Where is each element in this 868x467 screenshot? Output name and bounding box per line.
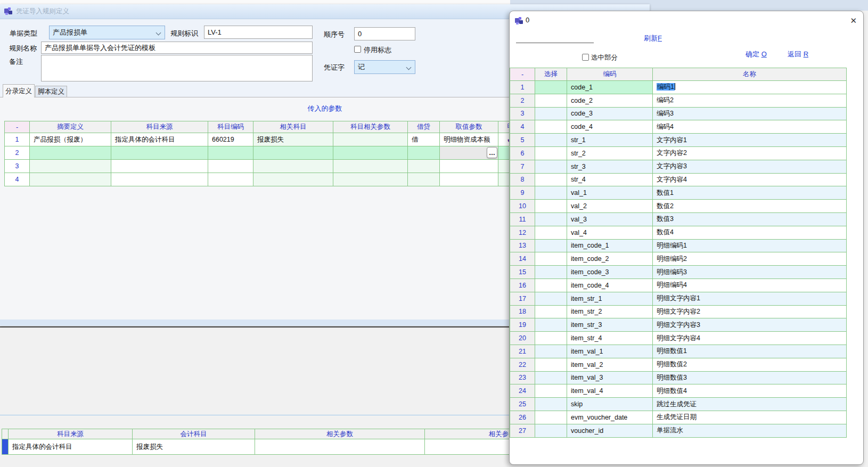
- param-code-cell[interactable]: code_3: [567, 107, 653, 120]
- param-row-number[interactable]: 19: [510, 318, 535, 332]
- entry-row-number[interactable]: 4: [5, 173, 30, 186]
- entry-cell[interactable]: …: [440, 146, 498, 160]
- param-name-cell[interactable]: 数值4: [653, 226, 847, 239]
- param-row-number[interactable]: 1: [510, 81, 535, 94]
- param-name-cell[interactable]: 明细数值1: [653, 345, 847, 358]
- param-row-number[interactable]: 10: [510, 200, 535, 213]
- param-code-cell[interactable]: str_1: [567, 134, 653, 147]
- param-code-cell[interactable]: item_str_2: [567, 305, 653, 318]
- entry-cell[interactable]: 借: [408, 133, 440, 146]
- param-select-cell[interactable]: [535, 384, 567, 398]
- param-code-cell[interactable]: item_val_4: [567, 384, 653, 398]
- param-select-cell[interactable]: [535, 107, 567, 120]
- param-name-cell[interactable]: 文字内容3: [653, 160, 847, 173]
- param-code-cell[interactable]: val_1: [567, 186, 653, 200]
- param-select-cell[interactable]: [535, 226, 567, 239]
- param-code-cell[interactable]: str_4: [567, 173, 653, 186]
- refresh-link[interactable]: 刷新F: [644, 34, 662, 43]
- param-select-cell[interactable]: [535, 411, 567, 424]
- entry-cell[interactable]: [333, 133, 408, 146]
- param-code-cell[interactable]: item_val_1: [567, 345, 653, 358]
- param-name-cell[interactable]: 编码2: [653, 94, 847, 107]
- param-row-number[interactable]: 23: [510, 371, 535, 384]
- entry-row-number[interactable]: 2: [5, 146, 30, 160]
- param-code-cell[interactable]: item_val_2: [567, 358, 653, 371]
- param-code-cell[interactable]: val_3: [567, 212, 653, 226]
- param-row-number[interactable]: 20: [510, 332, 535, 345]
- param-select-cell[interactable]: [535, 292, 567, 305]
- entry-cell[interactable]: [253, 173, 333, 186]
- param-code-cell[interactable]: code_1: [567, 81, 653, 94]
- entry-cell[interactable]: [30, 146, 111, 160]
- param-code-cell[interactable]: item_code_2: [567, 252, 653, 266]
- param-select-cell[interactable]: [535, 120, 567, 134]
- param-select-cell[interactable]: [535, 424, 567, 437]
- tab-script-definition[interactable]: 脚本定义: [35, 86, 67, 97]
- param-row-number[interactable]: 8: [510, 173, 535, 186]
- param-name-cell[interactable]: 明细文字内容1: [653, 292, 847, 305]
- param-name-cell[interactable]: 单据流水: [653, 424, 847, 437]
- param-name-cell[interactable]: 明细文字内容3: [653, 318, 847, 332]
- param-row-number[interactable]: 17: [510, 292, 535, 305]
- param-name-cell[interactable]: 生成凭证日期: [653, 411, 847, 424]
- param-row-number[interactable]: 14: [510, 252, 535, 266]
- param-select-cell[interactable]: [535, 345, 567, 358]
- entry-cell[interactable]: [333, 160, 408, 173]
- param-code-cell[interactable]: skip: [567, 398, 653, 411]
- param-select-cell[interactable]: [535, 134, 567, 147]
- param-select-cell[interactable]: [535, 146, 567, 160]
- entry-cell[interactable]: [30, 160, 111, 173]
- param-select-cell[interactable]: [535, 305, 567, 318]
- close-icon[interactable]: ✕: [850, 16, 857, 26]
- param-name-cell[interactable]: 明细数值2: [653, 358, 847, 371]
- param-code-cell[interactable]: val_2: [567, 200, 653, 213]
- entry-cell[interactable]: 报废损失: [253, 133, 333, 146]
- entry-cell[interactable]: [440, 160, 498, 173]
- param-name-cell[interactable]: 明细文字内容4: [653, 332, 847, 345]
- param-name-cell[interactable]: 明细编码4: [653, 278, 847, 292]
- param-select-cell[interactable]: [535, 186, 567, 200]
- filter-input[interactable]: [516, 31, 594, 43]
- param-row-number[interactable]: 13: [510, 239, 535, 252]
- param-code-cell[interactable]: item_code_1: [567, 239, 653, 252]
- entry-cell[interactable]: [253, 160, 333, 173]
- param-name-cell[interactable]: 编码1: [653, 81, 847, 94]
- param-code-cell[interactable]: item_str_4: [567, 332, 653, 345]
- param-name-cell[interactable]: 文字内容4: [653, 173, 847, 186]
- entry-cell[interactable]: 产品报损（报废）: [30, 133, 111, 146]
- entry-cell[interactable]: [333, 173, 408, 186]
- param-select-cell[interactable]: [535, 239, 567, 252]
- param-select-cell[interactable]: [535, 212, 567, 226]
- entry-cell[interactable]: [208, 160, 253, 173]
- param-select-cell[interactable]: [535, 278, 567, 292]
- entry-cell[interactable]: [208, 173, 253, 186]
- ok-link[interactable]: 确定 O: [746, 50, 767, 59]
- entry-cell[interactable]: [111, 160, 208, 173]
- param-row-number[interactable]: 27: [510, 424, 535, 437]
- param-select-cell[interactable]: [535, 94, 567, 107]
- param-code-cell[interactable]: code_2: [567, 94, 653, 107]
- param-row-number[interactable]: 16: [510, 278, 535, 292]
- entry-cell[interactable]: 660219: [208, 133, 253, 146]
- param-select-cell[interactable]: [535, 318, 567, 332]
- entry-cell[interactable]: [111, 173, 208, 186]
- rule-name-input[interactable]: [41, 42, 313, 54]
- param-name-cell[interactable]: 跳过生成凭证: [653, 398, 847, 411]
- entry-cell[interactable]: [208, 146, 253, 160]
- param-name-cell[interactable]: 明细编码2: [653, 252, 847, 266]
- param-row-number[interactable]: 22: [510, 358, 535, 371]
- entry-cell[interactable]: [408, 146, 440, 160]
- param-row-number[interactable]: 24: [510, 384, 535, 398]
- param-row-number[interactable]: 15: [510, 266, 535, 279]
- param-name-cell[interactable]: 明细数值3: [653, 371, 847, 384]
- entry-cell[interactable]: [408, 160, 440, 173]
- select-part-checkbox[interactable]: [582, 54, 589, 61]
- param-row-number[interactable]: 26: [510, 411, 535, 424]
- rule-id-input[interactable]: [204, 26, 313, 39]
- param-select-cell[interactable]: [535, 81, 567, 94]
- remark-textarea[interactable]: [41, 55, 313, 81]
- param-row-number[interactable]: 3: [510, 107, 535, 120]
- param-row-number[interactable]: 6: [510, 146, 535, 160]
- param-select-cell[interactable]: [535, 358, 567, 371]
- param-code-cell[interactable]: val_4: [567, 226, 653, 239]
